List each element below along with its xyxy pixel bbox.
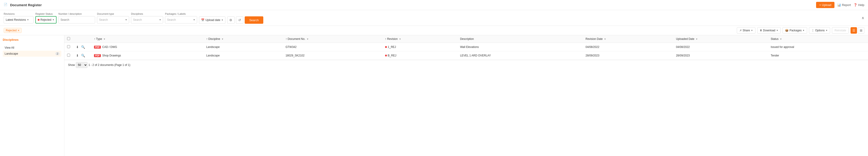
row-checkbox-cell[interactable] [64,43,73,51]
discipline-cell: Landscape [203,51,283,60]
share-button[interactable]: ↗ Share ▼ [737,27,755,34]
disciplines-label: Disciplines [131,12,163,15]
select-all-header[interactable] [64,35,73,43]
status-dot-icon [38,19,39,21]
sidebar-title: Disciplines [3,38,61,43]
row-actions-cell: ⬇ 🔍 [73,51,91,60]
revision-column-header[interactable]: ↑ Revision ▼ [382,35,458,43]
chevron-down-icon: ▼ [125,19,127,21]
table-footer: Show 50 25 100 1 - 2 of 2 documents (Pag… [64,60,868,70]
chevron-down-icon: ▼ [221,19,223,21]
uploaded-date-column-header[interactable]: Uploaded Date ▼ [673,35,768,43]
show-count-select[interactable]: 50 25 100 [76,62,88,68]
app-header: 📄 Document Register + Upload 📊 Report ❓ … [0,0,868,10]
page-title: Document Register [10,3,42,7]
filter-settings-button[interactable]: ⚙ [227,16,235,24]
sidebar-item-view-all[interactable]: View All [3,45,61,51]
packages-labels-filter-group: Packages / Labels Search ▼ [165,12,197,24]
options-button[interactable]: ⋮ Options ▼ [809,27,830,34]
search-row-button[interactable]: 🔍 [81,53,86,58]
action-bar: ↗ Share ▼ ⬇ Download ▼ 📦 Packages ▼ ⋮ Op… [737,27,864,34]
row-actions-header [73,35,91,43]
row-checkbox[interactable] [67,45,70,48]
status-cell: Issued for approval [768,43,868,51]
sidebar-item-landscape[interactable]: Landscape 2 [3,51,61,57]
status-cell: Tender [768,51,868,60]
upload-date-filter-group: 📅 Upload date ▼ [199,12,225,24]
chevron-down-icon: ▼ [27,19,29,21]
list-view-button[interactable]: ☰ [850,27,857,34]
grid-view-button[interactable]: ⊞ [858,27,864,34]
chevron-down-icon: ▼ [826,29,828,31]
upload-button[interactable]: + Upload [816,2,834,8]
upload-date-select[interactable]: 📅 Upload date ▼ [199,16,225,24]
table-row: ⬇ 🔍 PDF Shop Drawings Landscape 18029_SK… [64,51,868,60]
documents-table: ↑ Type ▼ ↑ Discipline ▼ ↑ Document No. ▼ [64,35,868,60]
sort-icon: ▼ [103,38,105,40]
report-icon: 📊 [837,3,841,7]
table-body: ⬇ 🔍 PDF CAD / DWG Landscape GTW342 1_REJ… [64,43,868,60]
row-checkbox[interactable] [67,54,70,57]
description-column-header: Description [457,35,583,43]
table-header: ↑ Type ▼ ↑ Discipline ▼ ↑ Document No. ▼ [64,35,868,43]
chevron-down-icon: ▼ [159,19,161,21]
row-checkbox-cell[interactable] [64,51,73,60]
reset-button[interactable]: ↺ [236,16,243,24]
revisions-label: Revisions [4,12,34,15]
active-filters-bar: Rejected × ↗ Share ▼ ⬇ Download ▼ 📦 Pack… [0,26,868,35]
sort-icon: ▼ [399,38,401,40]
number-description-input[interactable] [58,16,95,24]
document-no-column-header[interactable]: ↑ Document No. ▼ [283,35,382,43]
download-button[interactable]: ⬇ Download ▼ [757,27,781,34]
search-row-button[interactable]: 🔍 [81,45,86,49]
select-all-checkbox[interactable] [67,37,70,40]
uploaded-date-cell: 04/08/2022 [673,43,768,51]
disciplines-select[interactable]: Search ▼ [131,16,163,24]
discipline-column-header[interactable]: ↑ Discipline ▼ [203,35,283,43]
remove-rejected-filter-button[interactable]: × [18,29,19,32]
revision-date-cell: 04/08/2022 [583,43,673,51]
row-actions-cell: ⬇ 🔍 [73,43,91,51]
document-no-cell: GTW342 [283,43,382,51]
search-button[interactable]: Search [245,16,263,24]
view-toggle: ☰ ⊞ [850,27,864,34]
help-button[interactable]: ❓ Help [854,3,864,7]
sort-icon: ▼ [696,38,698,40]
packages-labels-select[interactable]: Search ▼ [165,16,197,24]
type-column-header[interactable]: ↑ Type ▼ [91,35,203,43]
options-icon: ⋮ [811,29,814,32]
filter-row: Revisions Latest Revisions ▼ Register St… [4,12,864,24]
sort-icon: ▼ [307,38,309,40]
document-icon: 📄 [4,3,8,7]
packages-labels-label: Packages / Labels [165,12,197,15]
document-type-select[interactable]: Search ▼ [97,16,129,24]
document-type-filter-group: Document type Search ▼ [97,12,129,24]
register-status-label: Register Status [35,12,57,15]
revision-value: B_REJ [388,54,396,57]
header-right: + Upload 📊 Report ❓ Help [816,2,864,8]
sort-icon: ▼ [780,38,782,40]
chevron-down-icon: ▼ [52,19,54,21]
report-button[interactable]: 📊 Report [837,3,851,7]
packages-button[interactable]: 📦 Packages ▼ [782,27,807,34]
filter-bar: Revisions Latest Revisions ▼ Register St… [0,10,868,26]
download-row-button[interactable]: ⬇ [75,53,79,58]
register-status-select[interactable]: Rejected ▼ [35,16,57,24]
document-no-cell: 18029_SK2102 [283,51,382,60]
revisions-select[interactable]: Latest Revisions ▼ [4,16,34,24]
calendar-icon: 📅 [201,19,205,22]
disciplines-filter-group: Disciplines Search ▼ [131,12,163,24]
revision-value: 1_REJ [388,45,396,49]
reinstate-button[interactable]: Reinstate [832,27,849,34]
status-column-header[interactable]: Status ▼ [768,35,868,43]
pagination-text: 1 - 2 of 2 documents (Page 1 of 1) [89,63,130,67]
header-left: 📄 Document Register [4,3,42,7]
filter-collapse-button[interactable]: ∧ [862,16,864,20]
download-row-button[interactable]: ⬇ [75,45,79,49]
table-row: ⬇ 🔍 PDF CAD / DWG Landscape GTW342 1_REJ… [64,43,868,51]
packages-icon: 📦 [785,29,788,32]
help-icon: ❓ [854,3,857,7]
revision-date-column-header[interactable]: Revision Date ▼ [583,35,673,43]
register-status-filter-group: Register Status Rejected ▼ [35,12,57,24]
number-description-filter-group: Number / description [58,12,95,24]
